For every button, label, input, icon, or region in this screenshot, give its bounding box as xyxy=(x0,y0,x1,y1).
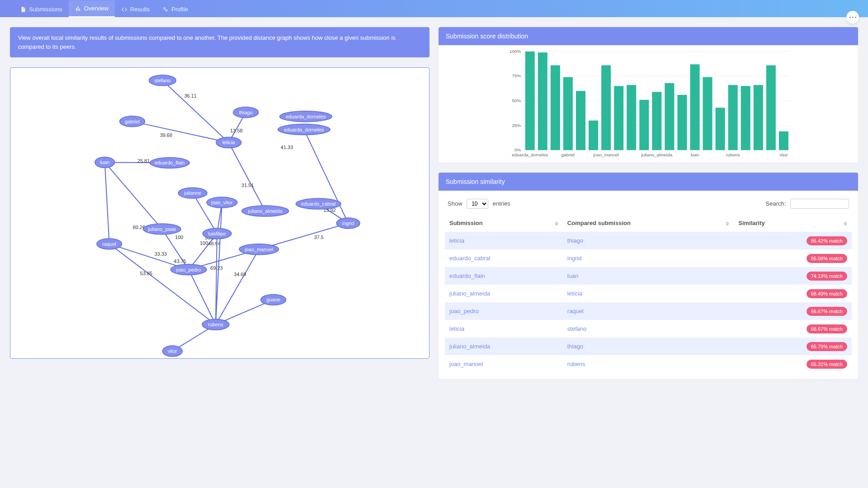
svg-text:39.68: 39.68 xyxy=(160,132,172,138)
svg-text:luan: luan xyxy=(691,152,699,157)
tab-submissions[interactable]: Submissions xyxy=(14,1,69,17)
graph-node[interactable] xyxy=(280,111,332,122)
tab-results[interactable]: Results xyxy=(115,1,156,17)
submission-link[interactable]: joao_pedro xyxy=(449,308,479,314)
chart-bar[interactable] xyxy=(614,86,623,150)
chart-bar[interactable] xyxy=(525,52,535,150)
graph-node[interactable] xyxy=(150,157,189,168)
chart-bar[interactable] xyxy=(652,92,661,150)
svg-text:rubens: rubens xyxy=(726,152,740,157)
graph-node[interactable] xyxy=(336,218,360,229)
graph-node[interactable] xyxy=(143,224,181,235)
svg-text:69.23: 69.23 xyxy=(210,265,222,271)
similarity-table: SubmissionCompared submissionSimilarity … xyxy=(445,215,852,373)
chart-bar[interactable] xyxy=(627,85,636,150)
sort-icon[interactable] xyxy=(844,221,847,225)
entries-label: entries xyxy=(493,200,510,207)
match-badge: 65.31% match xyxy=(807,360,847,369)
chart-bar[interactable] xyxy=(690,64,700,150)
table-row: juliano_almeidaleticia68.49% match xyxy=(445,285,852,302)
svg-text:33.33: 33.33 xyxy=(155,251,167,257)
compared-submission-link[interactable]: rubens xyxy=(567,361,585,367)
graph-node[interactable] xyxy=(162,346,182,357)
chart-bar[interactable] xyxy=(538,52,547,150)
graph-node[interactable] xyxy=(170,264,207,275)
svg-text:34.69: 34.69 xyxy=(234,272,246,277)
submission-link[interactable]: leticia xyxy=(449,325,464,332)
graph-node[interactable] xyxy=(203,228,231,239)
compared-submission-link[interactable]: stefano xyxy=(567,325,587,332)
graph-node[interactable] xyxy=(97,239,122,249)
distance-graph[interactable]: 36.1139.6813.5841.3331.5125.8180.2613.92… xyxy=(10,68,429,358)
submission-link[interactable]: joao_manoel xyxy=(449,361,483,367)
table-row: joao_manoelrubens65.31% match xyxy=(445,355,852,373)
more-button[interactable] xyxy=(846,11,859,23)
compared-submission-link[interactable]: thiago xyxy=(567,237,583,244)
match-badge: 65.79% match xyxy=(807,342,847,351)
submission-link[interactable]: eduardo_cabral xyxy=(449,255,490,262)
graph-node[interactable] xyxy=(216,137,241,148)
chart-bar[interactable] xyxy=(589,121,598,150)
graph-node[interactable] xyxy=(261,294,286,305)
compared-submission-link[interactable]: ingrid xyxy=(567,255,582,262)
table-row: leticiathiago86.42% match xyxy=(445,232,852,249)
compared-submission-link[interactable]: luan xyxy=(567,272,579,279)
chart-bar[interactable] xyxy=(677,95,687,150)
chart-bar[interactable] xyxy=(639,100,649,150)
match-badge: 66.67% match xyxy=(807,307,847,316)
chart-bar[interactable] xyxy=(741,86,750,150)
chart-bar[interactable] xyxy=(754,85,763,150)
column-header[interactable]: Submission xyxy=(445,215,563,232)
graph-node[interactable] xyxy=(239,244,279,255)
svg-text:41.33: 41.33 xyxy=(281,145,293,150)
chart-bar[interactable] xyxy=(563,77,573,150)
distance-graph-panel[interactable]: 36.1139.6813.5841.3331.5125.8180.2613.92… xyxy=(10,67,429,359)
graph-node[interactable] xyxy=(202,319,229,330)
tab-overview[interactable]: Overview xyxy=(69,0,115,17)
similarity-card: Submission similarity Show 10 entries Se… xyxy=(439,173,858,379)
chart-bar[interactable] xyxy=(779,131,788,150)
svg-line-38 xyxy=(216,249,259,324)
submission-link[interactable]: juliano_almeida xyxy=(449,290,490,297)
submission-link[interactable]: juliano_almeida xyxy=(449,343,490,350)
entries-select[interactable]: 10 xyxy=(467,199,488,209)
link-icon xyxy=(162,6,169,13)
compared-submission-link[interactable]: leticia xyxy=(567,290,582,297)
tab-label: Submissions xyxy=(29,6,62,13)
svg-text:gabriel: gabriel xyxy=(561,152,575,157)
svg-text:25.81: 25.81 xyxy=(137,158,150,164)
match-badge: 86.08% match xyxy=(807,254,847,263)
sort-icon[interactable] xyxy=(555,221,558,225)
compared-submission-link[interactable]: raquel xyxy=(567,308,584,314)
submission-link[interactable]: eduardo_flain xyxy=(449,272,485,279)
graph-node[interactable] xyxy=(178,188,207,198)
tab-profile[interactable]: Profile xyxy=(156,1,194,17)
graph-node[interactable] xyxy=(233,107,259,118)
chart-bar[interactable] xyxy=(551,66,560,150)
column-header[interactable]: Compared submission xyxy=(563,215,734,232)
graph-node[interactable] xyxy=(149,75,176,86)
svg-text:100: 100 xyxy=(200,240,208,246)
graph-node[interactable] xyxy=(207,197,237,208)
search-input[interactable] xyxy=(790,199,849,209)
graph-node[interactable] xyxy=(95,157,115,168)
chart-bar[interactable] xyxy=(601,66,611,150)
score-bar-chart[interactable]: 0%25%50%75%100%eduarda_dornelesgabrieljo… xyxy=(445,49,852,161)
graph-node[interactable] xyxy=(120,116,145,127)
chart-bar[interactable] xyxy=(665,83,674,150)
sort-icon[interactable] xyxy=(726,221,729,225)
column-header[interactable]: Similarity xyxy=(734,215,852,232)
chart-bar[interactable] xyxy=(703,77,712,150)
chart-bar[interactable] xyxy=(728,85,738,150)
graph-node[interactable] xyxy=(296,198,341,209)
chart-bar[interactable] xyxy=(716,108,725,150)
chart-bar[interactable] xyxy=(766,66,776,150)
chart-bar[interactable] xyxy=(576,91,585,150)
compared-submission-link[interactable]: thiago xyxy=(567,343,583,350)
graph-node[interactable] xyxy=(242,206,289,216)
graph-node[interactable] xyxy=(278,124,330,135)
svg-text:31.51: 31.51 xyxy=(241,183,254,188)
submission-link[interactable]: leticia xyxy=(449,237,464,244)
svg-text:vitor: vitor xyxy=(779,152,788,157)
svg-text:eduarda_dorneles: eduarda_dorneles xyxy=(512,152,548,157)
